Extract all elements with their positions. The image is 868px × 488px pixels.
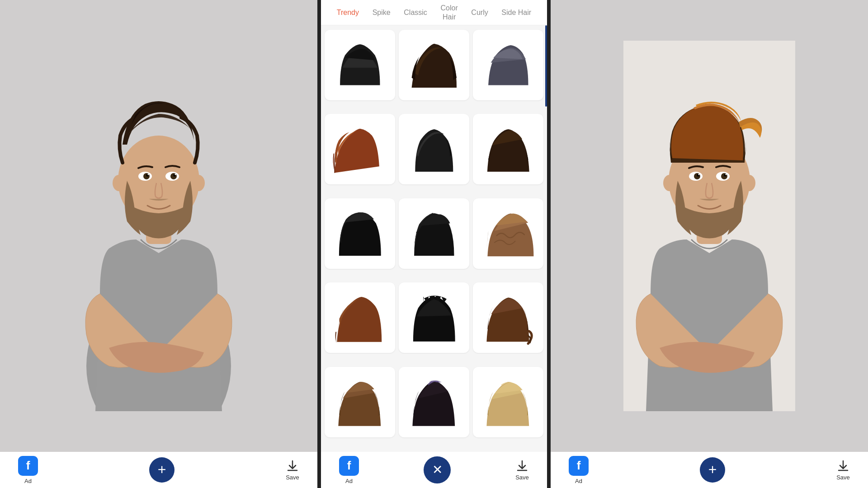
right-panel: f Ad + Save [551,0,868,488]
hair-style-5[interactable] [399,114,469,184]
hair-style-3[interactable] [473,30,543,100]
left-panel: f Ad + Save [0,0,317,488]
left-fb-icon[interactable]: f [18,456,38,476]
svg-point-13 [175,174,176,175]
svg-point-17 [663,175,676,191]
left-save-icon[interactable] [286,460,299,473]
right-separator [547,0,551,488]
right-fb-group: f Ad [569,456,589,484]
hair-style-7[interactable] [325,198,395,269]
left-ad-label: Ad [24,478,32,484]
svg-point-5 [192,175,205,191]
svg-point-25 [698,174,700,175]
hair-style-11[interactable] [399,282,469,353]
hair-style-10[interactable] [325,282,395,353]
close-button[interactable]: ✕ [424,456,451,483]
nav-tabs: Trendy Spike Classic ColorHair Curly Sid… [321,0,547,25]
left-add-button[interactable]: + [149,457,175,483]
center-save-group: Save [515,460,529,481]
left-plus-icon: + [158,462,166,477]
hair-style-13[interactable] [325,367,395,437]
left-fb-group: f Ad [18,456,38,484]
right-save-group: Save [836,460,850,481]
hair-style-9[interactable] [473,198,543,269]
hair-style-2[interactable] [399,30,469,100]
tab-classic[interactable]: Classic [401,6,430,19]
tab-spike[interactable]: Spike [370,6,393,19]
center-bottom-bar: f Ad ✕ Save [321,452,547,488]
right-save-icon[interactable] [836,460,850,473]
svg-point-12 [148,174,149,175]
svg-point-18 [743,175,755,191]
hair-style-4[interactable] [325,114,395,184]
hair-grid [321,25,547,452]
scroll-indicator [545,25,547,107]
hair-style-15[interactable] [473,367,543,437]
right-ad-label: Ad [575,478,582,484]
left-person [0,0,317,452]
left-separator [317,0,321,488]
center-save-label: Save [515,474,529,481]
center-fb-group: f Ad [339,456,359,484]
center-fb-icon[interactable]: f [339,456,359,476]
left-save-group: Save [286,460,299,481]
close-icon: ✕ [432,464,443,476]
svg-point-26 [726,174,727,175]
right-fb-icon[interactable]: f [569,456,589,476]
right-plus-icon: + [708,462,717,477]
center-save-icon[interactable] [515,460,529,473]
svg-point-4 [113,175,125,191]
right-save-label: Save [836,474,850,481]
hair-style-1[interactable] [325,30,395,100]
left-bottom-bar: f Ad + Save [0,452,317,488]
hair-style-12[interactable] [473,282,543,353]
tab-sidehair[interactable]: Side Hair [499,6,534,19]
left-save-label: Save [286,474,299,481]
right-person [551,0,868,452]
center-panel: Trendy Spike Classic ColorHair Curly Sid… [321,0,547,488]
center-ad-label: Ad [345,478,353,484]
right-add-button[interactable]: + [700,457,725,483]
tab-trendy[interactable]: Trendy [334,6,362,19]
hair-style-6[interactable] [473,114,543,184]
tab-colorhair[interactable]: ColorHair [438,2,460,23]
hair-style-14[interactable] [399,367,469,437]
hair-style-8[interactable] [399,198,469,269]
right-bottom-bar: f Ad + Save [551,452,868,488]
tab-curly[interactable]: Curly [468,6,491,19]
